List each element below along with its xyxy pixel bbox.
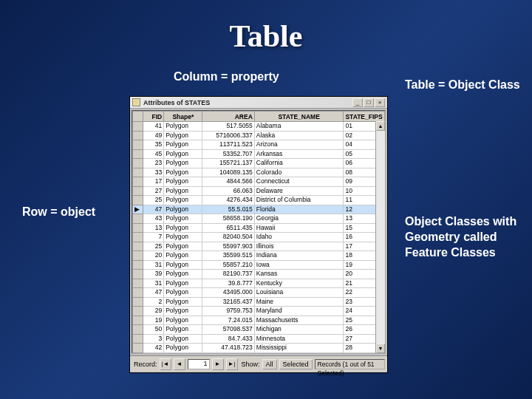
cell-shape: Polygon bbox=[164, 279, 202, 288]
cell-shape: Polygon bbox=[164, 270, 202, 279]
nav-prev-button[interactable]: ◄ bbox=[174, 358, 185, 370]
table-row[interactable]: 3Polygon84.7.433Minnesota27 bbox=[133, 334, 385, 344]
table-row[interactable]: 50Polygon57098.537Michigan26 bbox=[133, 325, 385, 335]
show-selected-button[interactable]: Selected bbox=[279, 359, 313, 369]
col-shape[interactable]: Shape* bbox=[164, 112, 202, 122]
row-selector[interactable] bbox=[133, 223, 143, 233]
table-row[interactable]: 25Polygon4276.434District of Columbia11 bbox=[133, 196, 385, 205]
cell-fid: 42 bbox=[143, 344, 164, 353]
row-selector[interactable] bbox=[133, 122, 143, 132]
scroll-up-button[interactable]: ▲ bbox=[376, 121, 385, 131]
table-row[interactable]: 31Polygon55857.210Iowa19 bbox=[133, 260, 385, 270]
table-row[interactable]: 13Polygon6511.435Hawaii15 bbox=[133, 223, 385, 233]
table-row[interactable]: 43Polygon58658.190Georgia13 bbox=[133, 214, 385, 224]
table-row[interactable]: 39Polygon82190.737Kansas20 bbox=[133, 270, 385, 279]
cell-area: 35599.515 bbox=[202, 251, 254, 261]
cell-fid: 47 bbox=[143, 205, 164, 214]
vertical-scrollbar[interactable]: ▲ ▼ bbox=[375, 121, 385, 353]
nav-last-button[interactable]: ►| bbox=[226, 358, 238, 370]
cell-area: 6511.435 bbox=[202, 223, 254, 233]
row-selector[interactable] bbox=[133, 149, 143, 159]
row-selector[interactable] bbox=[133, 325, 143, 335]
table-row[interactable]: 7Polygon82040.504Idaho16 bbox=[133, 233, 385, 242]
show-label: Show: bbox=[242, 361, 260, 368]
table-row[interactable]: 2Polygon32165.437Maine23 bbox=[133, 297, 385, 307]
cell-shape: Polygon bbox=[164, 223, 202, 233]
row-selector[interactable] bbox=[133, 334, 143, 344]
close-button[interactable]: × bbox=[375, 98, 385, 107]
row-selector[interactable] bbox=[133, 344, 143, 353]
row-selector[interactable] bbox=[133, 159, 143, 168]
col-area[interactable]: AREA bbox=[202, 112, 254, 122]
cell-area: 57098.537 bbox=[202, 325, 254, 335]
cell-area: 104089.135 bbox=[202, 168, 254, 177]
row-selector[interactable] bbox=[133, 214, 143, 224]
cell-shape: Polygon bbox=[164, 325, 202, 335]
table-row[interactable]: 37Polygon68983.635Missouri29 bbox=[133, 352, 385, 354]
nav-first-button[interactable]: |◄ bbox=[160, 358, 171, 370]
table-icon bbox=[132, 98, 140, 106]
cell-shape: Polygon bbox=[164, 352, 202, 354]
row-selector[interactable] bbox=[133, 270, 143, 279]
row-selector[interactable] bbox=[133, 168, 143, 177]
cell-name: Hawaii bbox=[254, 223, 344, 233]
row-selector[interactable]: ▶ bbox=[133, 205, 143, 214]
table-row[interactable]: 35Polygon113711.523Arizona04 bbox=[133, 140, 385, 150]
row-selector[interactable] bbox=[133, 297, 143, 307]
cell-name: California bbox=[254, 159, 344, 168]
row-selector[interactable] bbox=[133, 279, 143, 288]
table-viewport: FID Shape* AREA STATE_NAME STATE_FIPS 41… bbox=[132, 110, 386, 354]
cell-shape: Polygon bbox=[164, 140, 202, 150]
table-row[interactable]: 25Polygon55997.903Illinois17 bbox=[133, 242, 385, 251]
row-selector[interactable] bbox=[133, 131, 143, 140]
row-selector[interactable] bbox=[133, 196, 143, 205]
table-row[interactable]: ▶47Polygon55.5.015Florida12 bbox=[133, 205, 385, 214]
table-row[interactable]: 47Polygon43495.000Louisiana22 bbox=[133, 288, 385, 298]
scroll-down-button[interactable]: ▼ bbox=[376, 344, 385, 353]
row-selector[interactable] bbox=[133, 177, 143, 187]
row-selector[interactable] bbox=[133, 242, 143, 251]
col-name[interactable]: STATE_NAME bbox=[254, 112, 344, 122]
nav-next-button[interactable]: ► bbox=[212, 358, 224, 370]
row-selector[interactable] bbox=[133, 316, 143, 325]
scrollbar-track[interactable] bbox=[376, 131, 385, 344]
table-row[interactable]: 27Polygon66.063Delaware10 bbox=[133, 186, 385, 196]
table-row[interactable]: 31Polygon39.8.777Kentucky21 bbox=[133, 279, 385, 288]
cell-name: Michigan bbox=[254, 325, 344, 335]
cell-shape: Polygon bbox=[164, 186, 202, 196]
row-selector[interactable] bbox=[133, 288, 143, 298]
table-row[interactable]: 33Polygon104089.135Colorado08 bbox=[133, 168, 385, 177]
cell-name: Idaho bbox=[254, 233, 344, 242]
cell-name: Illinois bbox=[254, 242, 344, 251]
cell-shape: Polygon bbox=[164, 205, 202, 214]
cell-shape: Polygon bbox=[164, 214, 202, 224]
window-titlebar[interactable]: Attributes of STATES _ □ × bbox=[130, 97, 387, 109]
row-selector[interactable] bbox=[133, 307, 143, 316]
table-row[interactable]: 45Polygon53352.707Arkansas05 bbox=[133, 149, 385, 159]
table-row[interactable]: 42Polygon47.418.723Mississippi28 bbox=[133, 344, 385, 353]
row-selector[interactable] bbox=[133, 186, 143, 196]
col-fips[interactable]: STATE_FIPS bbox=[344, 112, 385, 122]
table-row[interactable]: 20Polygon35599.515Indiana18 bbox=[133, 251, 385, 261]
slide-title: Table bbox=[0, 18, 532, 54]
row-selector[interactable] bbox=[133, 140, 143, 150]
show-all-button[interactable]: All bbox=[262, 359, 277, 369]
row-selector[interactable] bbox=[133, 352, 143, 354]
table-row[interactable]: 49Polygon5716006.337Alaska02 bbox=[133, 131, 385, 140]
cell-shape: Polygon bbox=[164, 177, 202, 187]
record-number-input[interactable]: 1 bbox=[188, 359, 210, 369]
table-row[interactable]: 19Polygon7.24.015Massachusetts25 bbox=[133, 316, 385, 325]
table-row[interactable]: 23Polygon155721.137California06 bbox=[133, 159, 385, 168]
cell-fid: 27 bbox=[143, 186, 164, 196]
table-row[interactable]: 17Polygon4844.566Connecticut09 bbox=[133, 177, 385, 187]
row-selector[interactable] bbox=[133, 260, 143, 270]
row-selector[interactable] bbox=[133, 251, 143, 261]
corner-cell[interactable] bbox=[133, 112, 143, 122]
minimize-button[interactable]: _ bbox=[352, 98, 363, 107]
table-row[interactable]: 29Polygon9759.753Maryland24 bbox=[133, 307, 385, 316]
maximize-button[interactable]: □ bbox=[364, 98, 374, 107]
row-selector[interactable] bbox=[133, 233, 143, 242]
table-row[interactable]: 41Polygon517.5055Alabama01 bbox=[133, 122, 385, 132]
col-fid[interactable]: FID bbox=[143, 112, 164, 122]
cell-area: 155721.137 bbox=[202, 159, 254, 168]
